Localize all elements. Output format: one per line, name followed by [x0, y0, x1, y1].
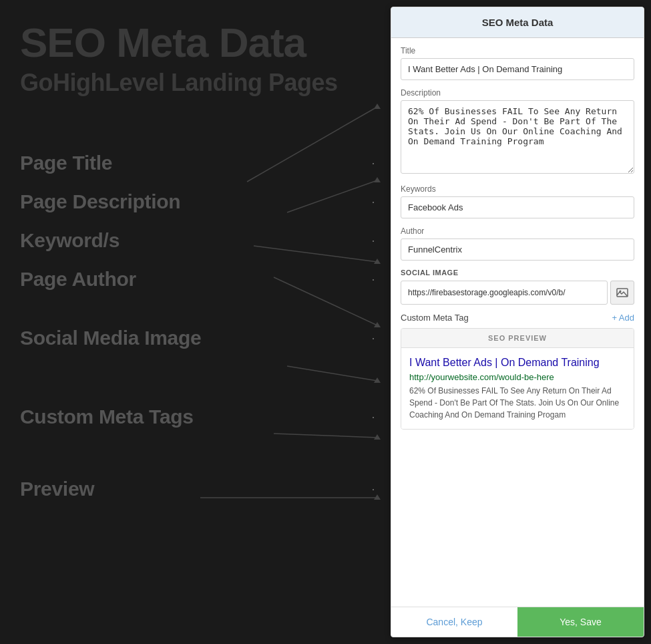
social-image-input-row: [401, 281, 634, 305]
panel-body: Title Description 62% Of Businesses FAIL…: [391, 38, 644, 607]
keywords-input[interactable]: [401, 196, 634, 218]
right-panel: SEO Meta Data Title Description 62% Of B…: [391, 7, 644, 637]
title-field-group: Title: [401, 46, 634, 80]
page-author-label: Page Author: [20, 260, 374, 299]
social-media-image-label: Social Media Image: [20, 319, 374, 357]
author-field-group: Author: [401, 226, 634, 261]
keywords-field-group: Keywords: [401, 184, 634, 218]
author-label-field: Author: [401, 226, 634, 236]
seo-preview-header: SEO PREVIEW: [401, 329, 634, 348]
seo-preview-body: I Want Better Ads | On Demand Training h…: [401, 348, 634, 429]
keywords-label: Keyword/s: [20, 221, 374, 260]
image-upload-button[interactable]: [610, 281, 634, 305]
description-field-group: Description 62% Of Businesses FAIL To Se…: [401, 88, 634, 176]
custom-meta-tags-label: Custom Meta Tags: [20, 397, 374, 436]
page-title-label: Page Title: [20, 144, 374, 182]
seo-preview-title[interactable]: I Want Better Ads | On Demand Training: [409, 356, 626, 370]
custom-meta-row: Custom Meta Tag + Add: [401, 313, 634, 323]
sub-heading: GoHighLevel Landing Pages: [20, 69, 338, 97]
seo-preview-url: http://yourwebsite.com/would-be-here: [409, 372, 626, 382]
cancel-button[interactable]: Cancel, Keep: [391, 607, 517, 637]
seo-preview-desc: 62% Of Businesses FAIL To See Any Return…: [409, 385, 626, 421]
labels-section: Page Title Page Description Keyword/s Pa…: [20, 144, 374, 508]
social-image-section: SOCIAL IMAGE: [401, 269, 634, 305]
description-textarea[interactable]: 62% Of Businesses FAIL To See Any Return…: [401, 100, 634, 174]
keywords-label-field: Keywords: [401, 184, 634, 194]
left-section: SEO Meta Data GoHighLevel Landing Pages …: [0, 0, 387, 644]
social-image-label: SOCIAL IMAGE: [401, 269, 634, 277]
main-heading: SEO Meta Data: [20, 20, 306, 65]
panel-footer: Cancel, Keep Yes, Save: [391, 607, 644, 637]
panel-header: SEO Meta Data: [391, 7, 644, 38]
preview-label: Preview: [20, 470, 374, 508]
seo-preview-section: SEO PREVIEW I Want Better Ads | On Deman…: [401, 328, 634, 430]
save-button[interactable]: Yes, Save: [517, 607, 644, 637]
custom-meta-title: Custom Meta Tag: [401, 313, 469, 323]
page-description-label: Page Description: [20, 182, 374, 221]
add-custom-meta-button[interactable]: + Add: [612, 313, 634, 323]
description-label: Description: [401, 88, 634, 98]
author-input[interactable]: [401, 238, 634, 261]
title-label: Title: [401, 46, 634, 55]
title-input[interactable]: [401, 58, 634, 80]
social-image-url-input[interactable]: [401, 281, 608, 305]
